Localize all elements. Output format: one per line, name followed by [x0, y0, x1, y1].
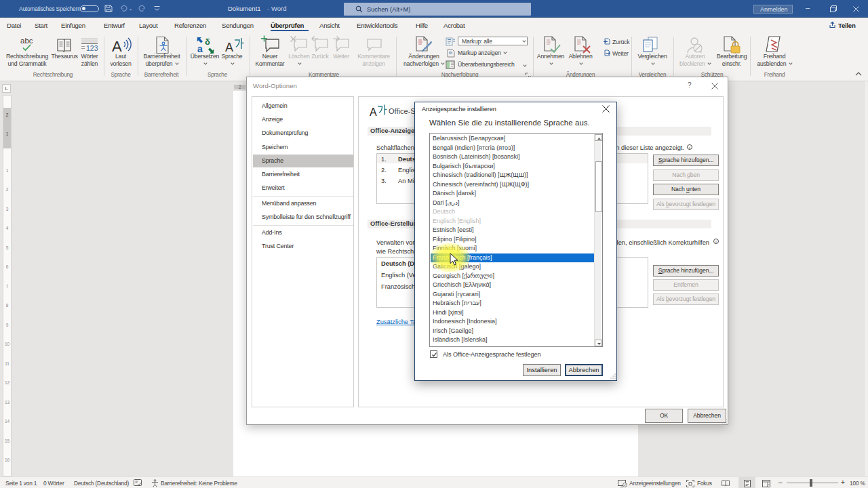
svg-text:δ: δ [205, 37, 210, 47]
svg-text:123: 123 [86, 44, 98, 52]
svg-text:A: A [225, 41, 233, 54]
svg-text:A: A [370, 106, 377, 118]
svg-text:abc: abc [20, 37, 33, 45]
